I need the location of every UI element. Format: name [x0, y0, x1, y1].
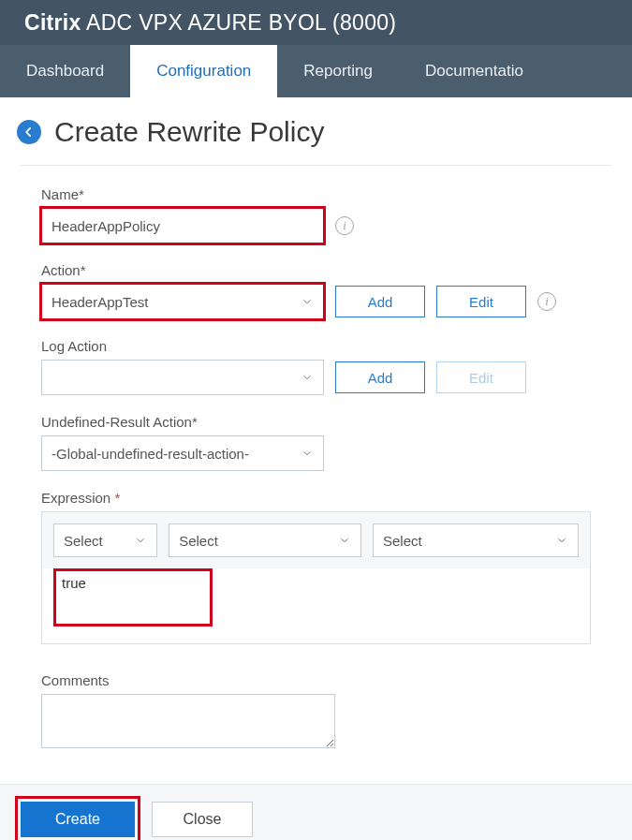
chevron-down-icon	[134, 534, 147, 547]
undef-select[interactable]: -Global-undefined-result-action-	[41, 435, 324, 471]
tab-reporting[interactable]: Reporting	[277, 45, 399, 97]
field-action: Action* HeaderAppTest Add Edit i	[41, 262, 591, 319]
field-name: Name* i	[41, 186, 591, 243]
close-button[interactable]: Close	[152, 802, 253, 837]
expression-label: Expression *	[41, 490, 591, 506]
tab-dashboard[interactable]: Dashboard	[0, 45, 130, 97]
brand: Citrix ADC VPX AZURE BYOL (8000)	[24, 10, 396, 36]
undef-value: -Global-undefined-result-action-	[51, 446, 249, 462]
expression-container: Select Select Select	[41, 511, 591, 644]
brand-rest: ADC VPX AZURE BYOL (8000)	[81, 10, 397, 35]
action-select[interactable]: HeaderAppTest	[41, 284, 324, 319]
chevron-down-icon	[555, 534, 568, 547]
field-undef: Undefined-Result Action* -Global-undefin…	[41, 414, 591, 471]
expression-body	[42, 568, 590, 643]
form: Name* i Action* HeaderAppTest Add Edit i…	[21, 165, 611, 752]
chevron-down-icon	[301, 295, 314, 308]
app-header: Citrix ADC VPX AZURE BYOL (8000)	[0, 0, 632, 45]
expression-toolbar: Select Select Select	[42, 512, 590, 568]
info-icon[interactable]: i	[335, 216, 354, 235]
name-input[interactable]	[41, 208, 324, 243]
expr-select-3[interactable]: Select	[373, 523, 579, 557]
expr-select-2[interactable]: Select	[169, 523, 361, 557]
footer: Create Close	[0, 784, 632, 840]
comments-label: Comments	[41, 672, 591, 688]
main-tabs: Dashboard Configuration Reporting Docume…	[0, 45, 632, 97]
tab-configuration[interactable]: Configuration	[130, 45, 277, 97]
log-action-label: Log Action	[41, 338, 591, 354]
field-comments: Comments	[41, 672, 591, 752]
name-label: Name*	[41, 186, 591, 202]
action-edit-button[interactable]: Edit	[436, 286, 526, 317]
chevron-down-icon	[301, 447, 314, 460]
log-action-add-button[interactable]: Add	[335, 361, 425, 393]
action-add-button[interactable]: Add	[335, 286, 425, 317]
field-expression: Expression * Select Select Select	[41, 490, 591, 644]
action-label: Action*	[41, 262, 591, 278]
tab-documentation[interactable]: Documentatio	[399, 45, 550, 97]
page-title: Create Rewrite Policy	[54, 116, 324, 148]
brand-bold: Citrix	[24, 10, 81, 35]
expr-select-1[interactable]: Select	[53, 523, 157, 557]
back-button[interactable]	[17, 120, 41, 144]
create-button[interactable]: Create	[21, 802, 135, 837]
field-log-action: Log Action Add Edit	[41, 338, 591, 395]
log-action-select[interactable]	[41, 360, 324, 395]
info-icon[interactable]: i	[537, 292, 556, 311]
expression-textarea[interactable]	[53, 568, 213, 626]
chevron-down-icon	[301, 371, 314, 384]
arrow-left-icon	[22, 125, 36, 139]
log-action-edit-button: Edit	[436, 361, 526, 393]
undef-label: Undefined-Result Action*	[41, 414, 591, 430]
chevron-down-icon	[338, 534, 351, 547]
action-value: HeaderAppTest	[51, 294, 148, 310]
comments-textarea[interactable]	[41, 694, 335, 748]
page-title-row: Create Rewrite Policy	[0, 97, 632, 165]
